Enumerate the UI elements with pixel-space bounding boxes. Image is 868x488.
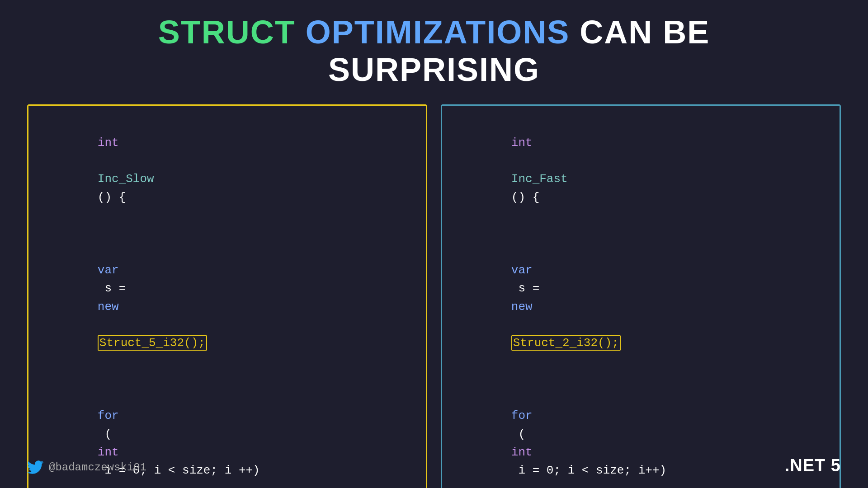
footer: @badamczewski01: [27, 459, 146, 475]
code-line-slow-2: var s = new Struct_5_i32();: [41, 225, 413, 370]
code-line-fast-1: int Inc_Fast () {: [455, 116, 827, 225]
code-line-fast-2: var s = new Struct_2_i32();: [455, 225, 827, 370]
struct-2-highlight: Struct_2_i32();: [511, 335, 621, 351]
struct-5-highlight: Struct_5_i32();: [98, 335, 207, 351]
code-panels: int Inc_Slow () { var s = new Struct_5_i…: [27, 104, 841, 488]
title-struct: STRUCT: [158, 14, 296, 50]
twitter-handle: @badamczewski01: [49, 461, 146, 474]
net5-badge: .NET 5: [785, 456, 841, 475]
title-line2: SURPRISING: [158, 51, 710, 89]
code-panel-fast: int Inc_Fast () { var s = new Struct_2_i…: [441, 104, 841, 488]
slide-title: STRUCT OPTIMIZATIONS CAN BE SURPRISING: [158, 14, 710, 89]
twitter-icon: [27, 459, 43, 475]
title-line1: STRUCT OPTIMIZATIONS CAN BE: [158, 14, 710, 51]
code-panel-slow: int Inc_Slow () { var s = new Struct_5_i…: [27, 104, 427, 488]
code-line-slow-1: int Inc_Slow () {: [41, 116, 413, 225]
title-optimizations: OPTIMIZATIONS: [306, 14, 570, 50]
code-line-fast-3: for ( int i = 0; i < size; i++): [455, 371, 827, 488]
title-can-be: CAN BE: [580, 14, 710, 50]
slide: STRUCT OPTIMIZATIONS CAN BE SURPRISING i…: [0, 0, 868, 488]
